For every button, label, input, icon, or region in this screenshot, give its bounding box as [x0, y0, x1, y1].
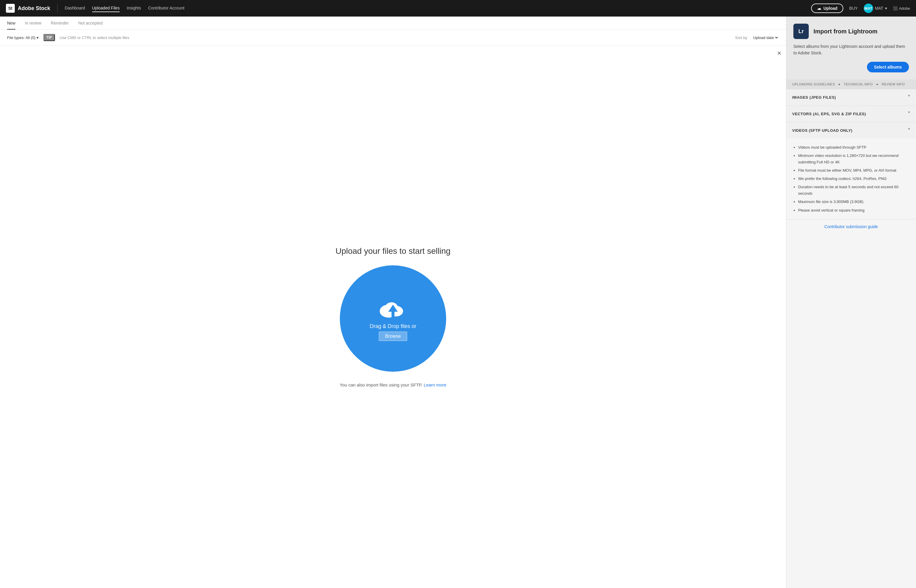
accordion-videos-header[interactable]: VIDEOS (SFTP UPLOAD ONLY) ˄	[786, 122, 916, 139]
upload-area[interactable]: or Upload in the header × Upload your fi…	[0, 45, 786, 588]
lightroom-description: Select albums from your Lightroom accoun…	[793, 43, 909, 57]
cmd-hint: Use CMD or CTRL to select multiple files	[60, 36, 129, 40]
nav-contributor-account[interactable]: Contributor Account	[148, 5, 184, 12]
video-requirement-item: Please avoid vertical or square framing	[798, 206, 910, 215]
lightroom-title: Import from Lightroom	[813, 28, 877, 35]
accordion-vectors-header[interactable]: VECTORS (AI, EPS, SVG & ZIP FILES) ˅	[786, 106, 916, 122]
accordion-images: IMAGES (JPEG FILES) ˅	[786, 89, 916, 105]
sort-select[interactable]: Upload date	[752, 35, 779, 40]
upload-cloud-icon: ☁	[817, 6, 821, 11]
sort-label: Sort by	[735, 36, 747, 40]
video-requirement-item: File format must be either MOV, MP4, MPG…	[798, 166, 910, 174]
video-requirement-item: Videos must be uploaded through SFTP	[798, 143, 910, 152]
user-avatar: MAT	[864, 3, 873, 13]
main-content: New In review Reminder Not accepted File…	[0, 16, 916, 588]
accordion-vectors-title: VECTORS (AI, EPS, SVG & ZIP FILES)	[792, 112, 866, 116]
drag-drop-text: Drag & Drop files or	[370, 322, 416, 330]
header: St Adobe Stock Dashboard Uploaded Files …	[0, 0, 916, 16]
brand-name: Adobe Stock	[18, 5, 50, 11]
content-area: New In review Reminder Not accepted File…	[0, 16, 786, 588]
main-nav: Dashboard Uploaded Files Insights Contri…	[65, 5, 806, 12]
accordion-vectors: VECTORS (AI, EPS, SVG & ZIP FILES) ˅	[786, 105, 916, 122]
user-chevron-icon: ▾	[885, 6, 887, 11]
accordion-images-header[interactable]: IMAGES (JPEG FILES) ˅	[786, 89, 916, 105]
header-right: ☁ Upload BUY MAT MAT ▾ ⬛ Adobe	[811, 3, 910, 13]
tab-new[interactable]: New	[7, 21, 15, 29]
filter-tabs: New In review Reminder Not accepted	[0, 16, 786, 30]
nav-dashboard[interactable]: Dashboard	[65, 5, 85, 12]
video-requirements-list: Videos must be uploaded through SFTPMini…	[792, 143, 910, 215]
accordion-vectors-chevron-icon: ˅	[908, 111, 910, 117]
video-requirement-item: We prefer the following codecs: h264, Pr…	[798, 174, 910, 183]
lightroom-header: Lr Import from Lightroom	[793, 24, 909, 39]
logo-box: St	[6, 4, 15, 13]
close-button[interactable]: ×	[777, 49, 781, 57]
video-requirement-item: Duration needs to be at least 5 seconds …	[798, 183, 910, 198]
cloud-upload-icon	[375, 296, 411, 322]
file-types-chevron-icon: ▾	[37, 36, 39, 40]
accordion-videos-title: VIDEOS (SFTP UPLOAD ONLY)	[792, 128, 853, 132]
tab-in-review[interactable]: In review	[25, 21, 41, 29]
file-types-button[interactable]: File types: All (0) ▾	[7, 36, 39, 40]
video-requirement-item: Minimum video resolution is 1,280×720 bu…	[798, 152, 910, 166]
guidelines-header: UPLOADING GUIDELINES ● TECHNICAL INFO ● …	[786, 79, 916, 89]
svg-rect-4	[391, 311, 394, 319]
select-albums-button[interactable]: Select albums	[867, 62, 909, 73]
adobe-logo: ⬛ Adobe	[893, 6, 910, 11]
brand-logo[interactable]: St Adobe Stock	[6, 4, 50, 13]
guidelines-subtitle: TECHNICAL INFO	[844, 82, 873, 86]
guidelines-title: UPLOADING GUIDELINES	[792, 82, 835, 86]
right-panel: Lr Import from Lightroom Select albums f…	[786, 16, 916, 588]
toolbar: File types: All (0) ▾ TIP Use CMD or CTR…	[0, 30, 786, 45]
sftp-info: You can also import files using your SFT…	[339, 382, 446, 388]
learn-more-link[interactable]: Learn more	[424, 382, 446, 388]
video-requirement-item: Maximum file size is 3,900MB (3.9GB)	[798, 198, 910, 206]
accordion-images-chevron-icon: ˅	[908, 95, 910, 100]
buy-link[interactable]: BUY	[849, 6, 858, 11]
guidelines-review: REVIEW INFO	[882, 82, 905, 86]
modal-title: Upload your files to start selling	[335, 246, 450, 256]
contributor-submission-link[interactable]: Contributor submission guide	[786, 219, 916, 234]
sftp-text-content: You can also import files using your SFT…	[339, 382, 422, 388]
upload-button[interactable]: ☁ Upload	[811, 3, 843, 13]
tip-button[interactable]: TIP	[44, 34, 55, 41]
browse-button[interactable]: Browse	[379, 331, 407, 341]
lightroom-card: Lr Import from Lightroom Select albums f…	[786, 16, 916, 79]
upload-label: Upload	[824, 6, 837, 11]
adobe-icon: ⬛	[893, 6, 898, 11]
accordion-videos: VIDEOS (SFTP UPLOAD ONLY) ˄ Videos must …	[786, 122, 916, 219]
upload-modal: × Upload your files to start selling Dra…	[0, 45, 786, 588]
tab-not-accepted[interactable]: Not accepted	[78, 21, 103, 29]
accordion-images-title: IMAGES (JPEG FILES)	[792, 95, 836, 100]
file-types-label: File types: All (0)	[7, 36, 36, 40]
upload-drop-zone[interactable]: Drag & Drop files or Browse	[340, 265, 446, 372]
accordion-videos-chevron-icon: ˄	[908, 128, 910, 133]
header-divider	[57, 4, 58, 13]
nav-uploaded-files[interactable]: Uploaded Files	[92, 5, 120, 12]
user-name: MAT	[875, 6, 884, 11]
lightroom-icon: Lr	[793, 24, 809, 39]
nav-insights[interactable]: Insights	[127, 5, 141, 12]
tab-reminder[interactable]: Reminder	[51, 21, 69, 29]
user-menu[interactable]: MAT MAT ▾	[864, 3, 887, 13]
accordion-videos-content: Videos must be uploaded through SFTPMini…	[786, 139, 916, 219]
adobe-label: Adobe	[899, 6, 910, 11]
